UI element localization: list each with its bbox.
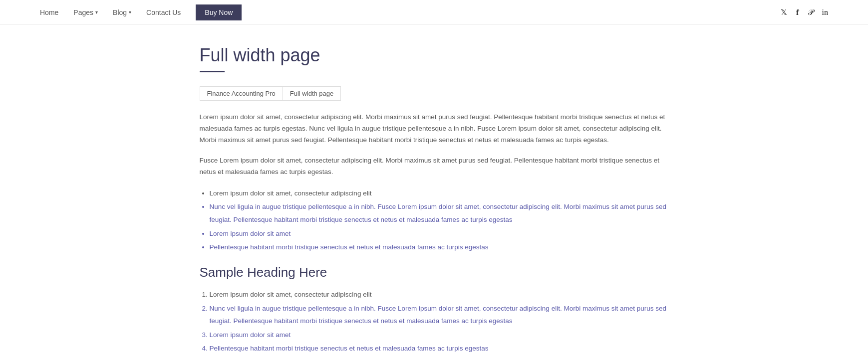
- list-item: Pellentesque habitant morbi tristique se…: [210, 342, 669, 355]
- title-underline: [200, 71, 225, 72]
- twitter-icon[interactable]: 𝕏: [781, 7, 787, 17]
- page-title: Full width page: [200, 45, 669, 66]
- home-link[interactable]: Home: [40, 8, 58, 16]
- bullet-list: Lorem ipsum dolor sit amet, consectetur …: [210, 187, 669, 254]
- list-item: Lorem ipsum dolor sit amet: [210, 227, 669, 240]
- list-item: Nunc vel ligula in augue tristique pelle…: [210, 302, 669, 328]
- facebook-icon[interactable]: 𝐟: [796, 8, 799, 17]
- pinterest-icon[interactable]: 𝒫: [808, 8, 813, 17]
- main-content: Full width page Finance Accounting Pro F…: [160, 25, 709, 357]
- breadcrumb-fullwidth[interactable]: Full width page: [283, 87, 340, 100]
- list-item: Pellentesque habitant morbi tristique se…: [210, 241, 669, 254]
- body-para-2: Fusce Lorem ipsum dolor sit amet, consec…: [200, 155, 669, 178]
- linkedin-icon[interactable]: in: [822, 8, 828, 17]
- list-item: Nunc vel ligula in augue tristique pelle…: [210, 200, 669, 226]
- social-icons: 𝕏 𝐟 𝒫 in: [781, 7, 828, 17]
- pages-dropdown[interactable]: Pages: [73, 8, 98, 16]
- body-para-1: Lorem ipsum dolor sit amet, consectetur …: [200, 112, 669, 146]
- blog-dropdown[interactable]: Blog: [113, 8, 131, 16]
- breadcrumb: Finance Accounting Pro Full width page: [200, 86, 341, 101]
- buy-now-button[interactable]: Buy Now: [196, 4, 242, 20]
- list-item: Lorem ipsum dolor sit amet, consectetur …: [210, 288, 669, 301]
- navbar: Home Pages Blog Contact Us Buy Now 𝕏 𝐟 𝒫…: [0, 0, 868, 25]
- ordered-list: Lorem ipsum dolor sit amet, consectetur …: [210, 288, 669, 355]
- list-item: Lorem ipsum dolor sit amet: [210, 329, 669, 342]
- list-item: Lorem ipsum dolor sit amet, consectetur …: [210, 187, 669, 200]
- sample-heading: Sample Heading Here: [200, 265, 669, 280]
- breadcrumb-finance[interactable]: Finance Accounting Pro: [200, 87, 283, 100]
- nav-links: Home Pages Blog Contact Us Buy Now: [40, 4, 242, 20]
- contact-link[interactable]: Contact Us: [146, 8, 181, 16]
